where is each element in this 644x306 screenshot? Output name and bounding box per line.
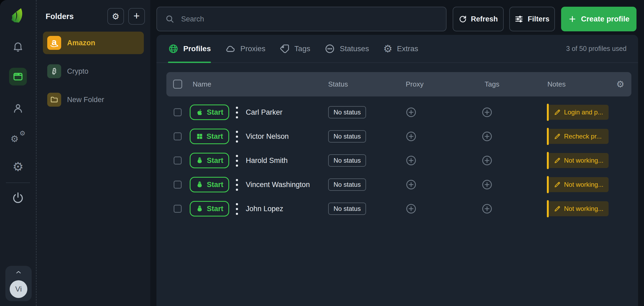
row-menu-kebab-icon[interactable] <box>236 203 238 215</box>
add-folder-button[interactable]: + <box>128 8 145 25</box>
tab-proxies[interactable]: Proxies <box>225 35 265 62</box>
add-tag-icon[interactable] <box>481 131 493 142</box>
table-row: Start Vincent Washington No status Not w… <box>166 173 631 197</box>
add-tag-icon[interactable] <box>481 107 493 118</box>
status-badge[interactable]: No status <box>328 106 366 118</box>
note-text: Not working... <box>564 181 603 188</box>
team-person-icon[interactable] <box>12 102 24 115</box>
start-profile-button[interactable]: Start <box>190 153 229 168</box>
note-chip[interactable]: Not working... <box>547 153 609 168</box>
user-menu[interactable]: Vi <box>5 266 32 301</box>
browser-profiles-nav-active[interactable] <box>9 68 27 85</box>
table-row: Start Victor Nelson No status Recheck pr… <box>166 124 631 148</box>
bitcoin-icon <box>47 64 61 78</box>
note-chip[interactable]: Not working... <box>547 201 609 216</box>
select-all-checkbox[interactable] <box>173 80 182 89</box>
column-header-proxy: Proxy <box>406 72 423 96</box>
search-icon <box>165 14 175 24</box>
notifications-bell-icon[interactable] <box>12 40 24 53</box>
note-chip[interactable]: Login and p... <box>547 105 609 120</box>
row-checkbox[interactable] <box>174 132 182 140</box>
pencil-icon <box>554 109 561 116</box>
folders-settings-button[interactable]: ⚙ <box>107 8 124 25</box>
amazon-icon: a <box>47 36 61 50</box>
pencil-icon <box>554 133 561 140</box>
row-checkbox[interactable] <box>174 108 182 116</box>
tab-tags[interactable]: Tags <box>280 35 310 62</box>
status-badge[interactable]: No status <box>328 154 366 167</box>
folder-label: New Folder <box>67 96 104 104</box>
refresh-button[interactable]: Refresh <box>453 7 504 31</box>
status-badge[interactable]: No status <box>328 178 366 191</box>
column-header-notes: Notes <box>547 72 566 96</box>
add-tag-icon[interactable] <box>481 203 493 214</box>
settings-gear-icon[interactable]: ⚙ <box>11 160 25 173</box>
linux-os-icon <box>196 205 204 213</box>
start-label: Start <box>207 156 224 165</box>
start-profile-button[interactable]: Start <box>190 177 229 192</box>
table-row: Start Harold Smith No status Not working… <box>166 148 631 173</box>
filters-icon <box>515 15 523 23</box>
start-profile-button[interactable]: Start <box>190 129 229 144</box>
folder-item-new-folder[interactable]: New Folder <box>43 88 144 111</box>
row-checkbox[interactable] <box>174 181 182 189</box>
automation-gears-icon[interactable]: ⚙ ⚙ <box>10 132 25 145</box>
row-checkbox[interactable] <box>174 156 182 165</box>
add-proxy-icon[interactable] <box>405 131 417 142</box>
tab-statuses[interactable]: Statuses <box>324 35 369 62</box>
search-input[interactable] <box>181 15 438 24</box>
filters-button[interactable]: Filters <box>509 7 555 31</box>
power-icon[interactable] <box>11 191 25 204</box>
profile-name: Vincent Washington <box>246 173 310 197</box>
plus-icon <box>568 15 577 23</box>
row-menu-kebab-icon[interactable] <box>236 107 238 118</box>
folder-item-amazon[interactable]: a Amazon <box>43 32 144 54</box>
folder-label: Amazon <box>67 39 95 47</box>
create-profile-button[interactable]: Create profile <box>561 7 636 31</box>
row-menu-kebab-icon[interactable] <box>236 131 238 143</box>
column-header-tags: Tags <box>485 72 499 96</box>
folder-item-crypto[interactable]: Crypto <box>43 60 144 83</box>
column-header-status: Status <box>328 72 348 96</box>
tag-icon <box>280 44 290 54</box>
start-label: Start <box>207 132 223 141</box>
note-text: Recheck pr... <box>564 133 602 140</box>
add-proxy-icon[interactable] <box>405 107 417 118</box>
app-window: ⚙ ⚙ ⚙ Vi Folders ⚙ + a <box>0 0 644 306</box>
pencil-icon <box>554 205 561 212</box>
refresh-icon <box>459 15 467 23</box>
row-menu-kebab-icon[interactable] <box>236 179 238 191</box>
status-badge[interactable]: No status <box>328 130 366 143</box>
status-badge[interactable]: No status <box>328 203 366 215</box>
add-proxy-icon[interactable] <box>405 155 417 166</box>
row-menu-kebab-icon[interactable] <box>236 155 238 167</box>
start-label: Start <box>207 205 224 213</box>
profile-name: Harold Smith <box>246 148 288 173</box>
add-tag-icon[interactable] <box>481 155 493 166</box>
avatar[interactable]: Vi <box>10 280 27 298</box>
chevron-up-icon <box>14 269 23 277</box>
profile-name: Victor Nelson <box>246 124 289 148</box>
tab-profiles[interactable]: Profiles <box>168 35 211 62</box>
add-proxy-icon[interactable] <box>405 179 417 190</box>
table-row: Start John Lopez No status Not working..… <box>166 197 631 221</box>
start-profile-button[interactable]: Start <box>190 201 229 217</box>
note-chip[interactable]: Recheck pr... <box>547 129 609 144</box>
add-proxy-icon[interactable] <box>405 203 417 214</box>
folder-list: a Amazon Crypto <box>36 31 150 118</box>
profile-name: John Lopez <box>246 197 283 221</box>
folder-icon <box>47 93 61 107</box>
icon-rail: ⚙ ⚙ ⚙ Vi <box>0 0 36 306</box>
start-profile-button[interactable]: Start <box>190 105 229 120</box>
add-tag-icon[interactable] <box>481 179 493 190</box>
linux-os-icon <box>196 181 204 189</box>
row-checkbox[interactable] <box>174 205 182 213</box>
note-text: Not working... <box>564 205 603 212</box>
table-row: Start Carl Parker No status Login and p.… <box>166 100 631 124</box>
tab-bar: Profiles Proxies Tags <box>156 35 638 63</box>
tab-extras[interactable]: ⚙ Extras <box>383 35 418 62</box>
linux-os-icon <box>196 156 204 165</box>
table-settings-icon[interactable]: ⚙ <box>616 72 624 96</box>
note-chip[interactable]: Not working... <box>547 177 609 192</box>
note-text: Login and p... <box>564 109 603 116</box>
